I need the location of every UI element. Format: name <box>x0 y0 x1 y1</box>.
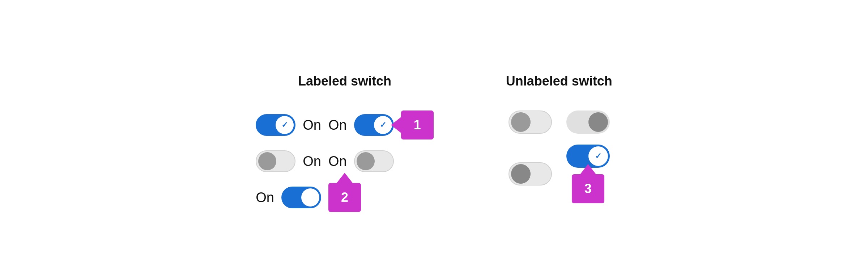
on-label-3: On <box>256 190 274 205</box>
check-icon: ✓ <box>595 151 601 161</box>
unlabeled-cell-2 <box>566 111 610 134</box>
labeled-switch-section: Labeled switch ✓ On On ✓ <box>256 74 433 212</box>
on-label-2a: On <box>303 154 321 169</box>
unlabeled-switch-title: Unlabeled switch <box>506 74 612 89</box>
toggle-on-check-right[interactable]: ✓ <box>354 114 394 136</box>
badge-2: 2 <box>328 183 361 212</box>
badge-number-2: 2 <box>341 190 348 205</box>
unlabeled-switch-section: Unlabeled switch <box>506 74 612 203</box>
check-icon: ✓ <box>281 120 288 130</box>
toggle-off-right[interactable] <box>354 150 394 172</box>
badge-1: 1 <box>401 111 434 139</box>
toggle-knob <box>357 152 375 170</box>
unlabeled-cell-4: ✓ 3 <box>566 145 610 203</box>
main-container: Labeled switch ✓ On On ✓ <box>256 59 612 212</box>
check-icon: ✓ <box>380 120 386 130</box>
toggle-unlabeled-2[interactable] <box>566 111 610 134</box>
unlabeled-cell-3 <box>509 162 552 185</box>
toggle-knob: ✓ <box>374 116 392 134</box>
on-label-2b: On <box>328 154 347 169</box>
badge-shape-3: 3 <box>572 174 604 203</box>
badge-number-1: 1 <box>414 117 421 133</box>
toggle-off-left[interactable] <box>256 150 295 172</box>
badge-3: 3 <box>572 174 604 203</box>
badge-shape-1: 1 <box>401 111 434 139</box>
toggle-on-plain[interactable] <box>281 187 321 208</box>
toggle-knob <box>301 188 319 207</box>
toggle-knob <box>588 112 608 132</box>
labeled-row-1: ✓ On On ✓ 1 <box>256 111 433 139</box>
labeled-row-3: On 2 <box>256 183 433 212</box>
toggle-knob <box>511 164 531 184</box>
badge-number-3: 3 <box>584 181 592 196</box>
toggle-knob: ✓ <box>588 146 608 166</box>
badge-shape-2: 2 <box>328 183 361 212</box>
labeled-switch-title: Labeled switch <box>298 74 391 89</box>
on-label-1a: On <box>303 117 321 133</box>
toggle-knob <box>511 112 531 132</box>
labeled-row-2: On On <box>256 150 433 172</box>
labeled-rows: ✓ On On ✓ 1 <box>256 111 433 212</box>
unlabeled-grid: ✓ 3 <box>509 111 610 203</box>
toggle-knob <box>258 152 276 170</box>
toggle-on-check-left[interactable]: ✓ <box>256 114 295 136</box>
unlabeled-cell-1 <box>509 111 552 134</box>
toggle-unlabeled-3[interactable] <box>509 162 552 185</box>
toggle-unlabeled-1[interactable] <box>509 111 552 134</box>
toggle-knob: ✓ <box>276 116 294 134</box>
on-label-1b: On <box>328 117 347 133</box>
